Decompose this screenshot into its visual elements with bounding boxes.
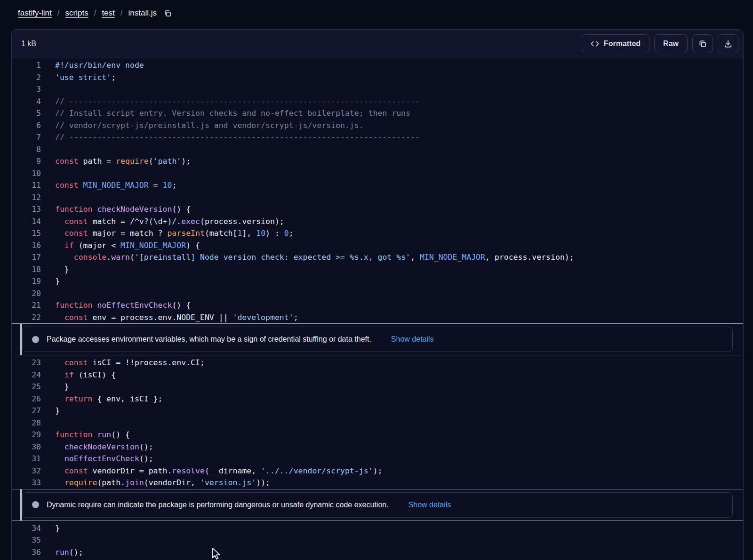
code-line: 27} bbox=[12, 405, 743, 417]
breadcrumb-item-scripts[interactable]: scripts bbox=[65, 8, 88, 18]
line-number[interactable]: 26 bbox=[12, 393, 41, 405]
code-text: #!/usr/bin/env node bbox=[41, 59, 144, 72]
code-line: 19} bbox=[12, 275, 743, 288]
code-text bbox=[41, 534, 55, 546]
security-alert-row: Package accesses environment variables, … bbox=[12, 323, 743, 355]
breadcrumb-item-test[interactable]: test bbox=[102, 8, 114, 18]
breadcrumb-item-install.js: install.js bbox=[128, 8, 157, 18]
line-number[interactable]: 32 bbox=[12, 465, 41, 477]
code-line: 13function checkNodeVersion() { bbox=[12, 203, 743, 216]
code-text: const path = require('path'); bbox=[41, 155, 191, 168]
security-alert: Dynamic require can indicate the package… bbox=[22, 492, 733, 518]
code-icon bbox=[591, 40, 599, 48]
code-line: 17 console.warn('[preinstall] Node versi… bbox=[12, 251, 743, 264]
line-number[interactable]: 12 bbox=[12, 192, 41, 204]
code-panel-header: 1 kB Formatted Raw bbox=[12, 30, 743, 58]
copy-path-button[interactable] bbox=[162, 9, 172, 18]
alert-severity-dot-icon bbox=[32, 336, 39, 343]
line-number[interactable]: 25 bbox=[12, 381, 41, 393]
code-text: const major = match ? parseInt(match[1],… bbox=[41, 227, 294, 240]
code-text: const match = /^v?(\d+)/.exec(process.ve… bbox=[41, 216, 284, 228]
show-details-link[interactable]: Show details bbox=[409, 499, 451, 511]
line-number[interactable]: 27 bbox=[12, 405, 41, 417]
code-line: 8 bbox=[12, 144, 743, 156]
line-number[interactable]: 35 bbox=[12, 534, 41, 546]
code-line: 12 bbox=[12, 192, 743, 204]
alert-accent-bar bbox=[20, 324, 22, 355]
line-number[interactable]: 23 bbox=[12, 357, 41, 369]
alert-accent-bar bbox=[20, 489, 22, 520]
formatted-button[interactable]: Formatted bbox=[582, 34, 649, 53]
line-number[interactable]: 5 bbox=[12, 107, 41, 120]
code-text: } bbox=[41, 275, 60, 288]
line-number[interactable]: 22 bbox=[12, 312, 41, 324]
copy-code-button[interactable] bbox=[692, 34, 713, 53]
line-number[interactable]: 16 bbox=[12, 240, 41, 252]
code-text: run(); bbox=[41, 546, 83, 559]
line-number[interactable]: 4 bbox=[12, 96, 41, 108]
line-number[interactable]: 11 bbox=[12, 179, 41, 192]
line-number[interactable]: 20 bbox=[12, 288, 41, 300]
code-line: 35 bbox=[12, 534, 743, 546]
code-text: if (isCI) { bbox=[41, 369, 116, 381]
code-text: console.warn('[preinstall] Node version … bbox=[41, 251, 574, 264]
code-text: function checkNodeVersion() { bbox=[41, 203, 191, 216]
line-number[interactable]: 24 bbox=[12, 369, 41, 381]
line-number[interactable]: 6 bbox=[12, 120, 41, 132]
line-number[interactable]: 28 bbox=[12, 417, 41, 429]
line-number[interactable]: 7 bbox=[12, 131, 41, 144]
line-number[interactable]: 1 bbox=[12, 59, 41, 72]
line-number[interactable]: 13 bbox=[12, 203, 41, 216]
breadcrumb-separator: / bbox=[57, 8, 60, 18]
code-line: 24 if (isCI) { bbox=[12, 369, 743, 381]
line-number[interactable]: 34 bbox=[12, 522, 41, 535]
code-line: 16 if (major < MIN_NODE_MAJOR) { bbox=[12, 240, 743, 252]
code-text: const MIN_NODE_MAJOR = 10; bbox=[41, 179, 176, 192]
code-text: // -------------------------------------… bbox=[41, 96, 420, 108]
code-line: 2'use strict'; bbox=[12, 72, 743, 84]
code-line: 10 bbox=[12, 168, 743, 180]
code-text: } bbox=[41, 522, 60, 535]
line-number[interactable]: 9 bbox=[12, 155, 41, 168]
line-number[interactable]: 15 bbox=[12, 227, 41, 240]
line-number[interactable]: 29 bbox=[12, 429, 41, 441]
code-line: 1#!/usr/bin/env node bbox=[12, 59, 743, 72]
code-line: 25 } bbox=[12, 381, 743, 393]
breadcrumb-separator: / bbox=[94, 8, 96, 18]
alert-message: Package accesses environment variables, … bbox=[47, 333, 371, 345]
file-size: 1 kB bbox=[21, 40, 36, 48]
copy-icon bbox=[163, 9, 172, 18]
line-number[interactable]: 3 bbox=[12, 83, 41, 96]
code-text: const env = process.env.NODE_ENV || 'dev… bbox=[41, 312, 298, 324]
code-line: 6// vendor/scrypt-js/preinstall.js and v… bbox=[12, 120, 743, 132]
code-text: require(path.join(vendorDir, 'version.js… bbox=[41, 477, 270, 489]
code-line: 32 const vendorDir = path.resolve(__dirn… bbox=[12, 465, 743, 477]
line-number[interactable]: 2 bbox=[12, 72, 41, 84]
line-number[interactable]: 17 bbox=[12, 251, 41, 264]
line-number[interactable]: 36 bbox=[12, 546, 41, 559]
line-number[interactable]: 31 bbox=[12, 453, 41, 465]
code-text: return { env, isCI }; bbox=[41, 393, 163, 405]
code-line: 34} bbox=[12, 522, 743, 535]
line-number[interactable]: 30 bbox=[12, 441, 41, 453]
download-icon bbox=[723, 39, 733, 48]
download-button[interactable] bbox=[718, 34, 738, 53]
line-number[interactable]: 33 bbox=[12, 477, 41, 489]
line-number[interactable]: 10 bbox=[12, 168, 41, 180]
code-panel: 1 kB Formatted Raw bbox=[11, 29, 744, 560]
raw-button[interactable]: Raw bbox=[654, 34, 688, 53]
line-number[interactable]: 18 bbox=[12, 264, 41, 276]
show-details-link[interactable]: Show details bbox=[391, 333, 434, 345]
line-number[interactable]: 8 bbox=[12, 144, 41, 156]
raw-button-label: Raw bbox=[663, 40, 679, 48]
code-text: const isCI = !!process.env.CI; bbox=[41, 357, 205, 369]
code-text bbox=[41, 83, 55, 96]
line-number[interactable]: 19 bbox=[12, 275, 41, 288]
code-text: if (major < MIN_NODE_MAJOR) { bbox=[41, 240, 200, 252]
line-number[interactable]: 14 bbox=[12, 216, 41, 228]
breadcrumb-item-fastify-lint[interactable]: fastify-lint bbox=[18, 8, 52, 18]
code-text: function run() { bbox=[41, 429, 130, 441]
code-text bbox=[41, 144, 55, 156]
code-text bbox=[41, 288, 55, 300]
line-number[interactable]: 21 bbox=[12, 299, 41, 312]
